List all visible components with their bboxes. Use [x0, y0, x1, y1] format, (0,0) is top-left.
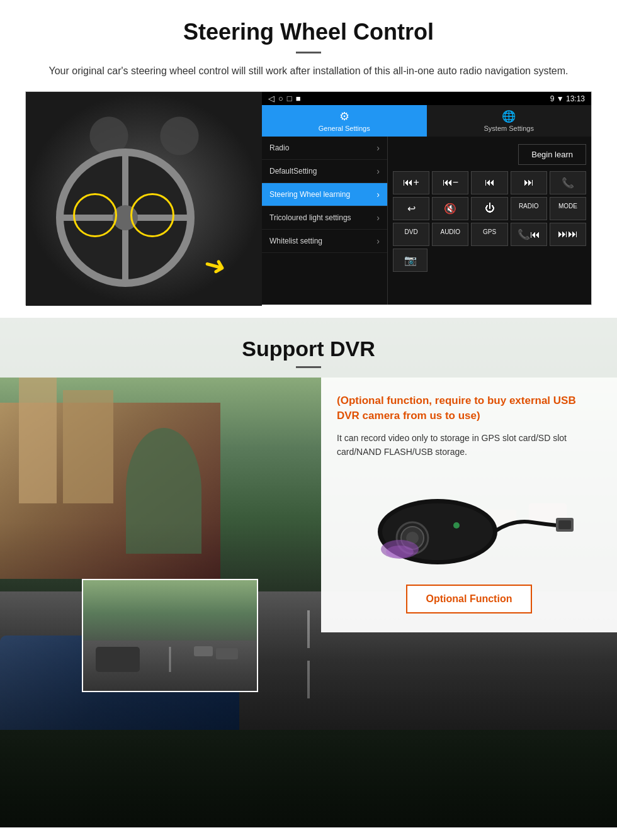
- dvr-optional-text: (Optional function, require to buy exter…: [337, 393, 601, 423]
- dvr-camera-image: [337, 469, 601, 572]
- dvr-title: Support DVR: [0, 337, 617, 361]
- menu-tricoloured-label: Tricoloured light settings: [269, 213, 351, 222]
- ctrl-power[interactable]: ⏻: [471, 197, 507, 220]
- menu-steering-arrow: ›: [376, 189, 380, 199]
- ctrl-phone-prev[interactable]: 📞⏮: [511, 223, 547, 246]
- menu-whitelist-label: Whitelist setting: [269, 237, 322, 245]
- svg-rect-7: [558, 520, 571, 529]
- ctrl-gps[interactable]: GPS: [471, 223, 507, 246]
- dvr-building-2: [63, 390, 113, 503]
- svg-point-9: [386, 546, 414, 558]
- optional-function-button[interactable]: Optional Function: [406, 585, 532, 613]
- control-buttons-grid: ⏮+ ⏮− ⏮ ⏭ 📞 ↩ 🔇 ⏻ RADIO MODE: [393, 171, 586, 272]
- steering-section: Steering Wheel Control Your original car…: [0, 0, 617, 318]
- dvr-section: Support DVR: [0, 318, 617, 827]
- steering-subtitle: Your original car's steering wheel contr…: [25, 64, 592, 79]
- dvr-divider: [296, 366, 321, 368]
- steering-title: Steering Wheel Control: [25, 19, 592, 45]
- back-icon: ◁: [268, 94, 275, 103]
- dvr-thumbnail-image: [82, 579, 258, 692]
- home-icon: ○: [278, 94, 283, 103]
- steering-content-area: ➜ ◁ ○ □ ■ 9 ▼ 13:13 ⚙ General Setting: [25, 91, 592, 305]
- svg-point-5: [453, 522, 460, 529]
- statusbar-icons: ◁ ○ □ ■: [268, 94, 301, 103]
- tab-system-settings[interactable]: 🌐 System Settings: [427, 105, 592, 137]
- steering-content-controls: Begin learn ⏮+ ⏮− ⏮ ⏭ 📞 ↩: [388, 137, 591, 305]
- yellow-arrow: ➜: [200, 247, 229, 283]
- dvr-description: It can record video only to storage in G…: [337, 431, 601, 459]
- tab-general-settings[interactable]: ⚙ General Settings: [262, 105, 427, 137]
- ctrl-row-4: 📷: [393, 249, 586, 272]
- menu-whitelist-arrow: ›: [376, 236, 380, 246]
- menu-steering-label: Steering Wheel learning: [269, 190, 350, 199]
- tab-general-label: General Settings: [319, 125, 370, 132]
- ctrl-vol-up[interactable]: ⏮+: [393, 171, 429, 194]
- ctrl-vol-down[interactable]: ⏮−: [432, 171, 468, 194]
- ctrl-radio[interactable]: RADIO: [511, 197, 547, 220]
- steering-left-circle: [73, 193, 117, 237]
- tab-system-label: System Settings: [484, 125, 534, 132]
- steering-wheel-image: ➜: [26, 92, 262, 306]
- steering-divider: [296, 52, 321, 53]
- ctrl-row-3: DVD AUDIO GPS 📞⏮ ⏭⏭: [393, 223, 586, 246]
- ctrl-cam[interactable]: 📷: [393, 249, 427, 272]
- ctrl-dvd[interactable]: DVD: [393, 223, 429, 246]
- settings-menu: Radio › DefaultSetting › Steering Wheel …: [262, 137, 388, 305]
- ctrl-phone[interactable]: 📞: [550, 171, 586, 194]
- ctrl-mute[interactable]: 🔇: [432, 197, 468, 220]
- stop-icon: ■: [296, 94, 301, 103]
- general-settings-icon: ⚙: [339, 109, 349, 123]
- ctrl-row-1: ⏮+ ⏮− ⏮ ⏭ 📞: [393, 171, 586, 194]
- android-body: Radio › DefaultSetting › Steering Wheel …: [262, 137, 591, 305]
- steering-right-circle: [130, 193, 174, 237]
- dvr-building-1: [19, 378, 57, 503]
- menu-radio-arrow: ›: [376, 143, 380, 153]
- ctrl-mode[interactable]: MODE: [550, 197, 586, 220]
- android-ui-panel: ◁ ○ □ ■ 9 ▼ 13:13 ⚙ General Settings 🌐 S…: [262, 92, 591, 305]
- menu-item-default[interactable]: DefaultSetting ›: [262, 160, 387, 183]
- recents-icon: □: [287, 94, 292, 103]
- ctrl-next-end[interactable]: ⏭⏭: [550, 223, 586, 246]
- begin-learn-row: Begin learn: [393, 142, 586, 167]
- menu-radio-label: Radio: [269, 143, 289, 152]
- system-settings-icon: 🌐: [502, 109, 516, 123]
- android-tabs[interactable]: ⚙ General Settings 🌐 System Settings: [262, 105, 591, 137]
- dvr-info-box: (Optional function, require to buy exter…: [321, 378, 617, 632]
- menu-item-tricoloured[interactable]: Tricoloured light settings ›: [262, 206, 387, 230]
- menu-item-steering[interactable]: Steering Wheel learning ›: [262, 183, 387, 206]
- menu-default-arrow: ›: [376, 166, 380, 176]
- ctrl-prev-track[interactable]: ⏮: [471, 171, 507, 194]
- statusbar-time: 9 ▼ 13:13: [550, 94, 585, 103]
- begin-learn-button[interactable]: Begin learn: [518, 144, 586, 165]
- menu-default-label: DefaultSetting: [269, 167, 317, 176]
- dvr-title-area: Support DVR: [0, 318, 617, 378]
- ctrl-back[interactable]: ↩: [393, 197, 429, 220]
- ctrl-audio[interactable]: AUDIO: [432, 223, 468, 246]
- android-statusbar: ◁ ○ □ ■ 9 ▼ 13:13: [262, 92, 591, 105]
- menu-item-radio[interactable]: Radio ›: [262, 137, 387, 160]
- ctrl-next-track[interactable]: ⏭: [511, 171, 547, 194]
- menu-tricoloured-arrow: ›: [376, 213, 380, 223]
- menu-item-whitelist[interactable]: Whitelist setting ›: [262, 230, 387, 253]
- ctrl-row-2: ↩ 🔇 ⏻ RADIO MODE: [393, 197, 586, 220]
- dvr-camera-svg: [362, 469, 576, 569]
